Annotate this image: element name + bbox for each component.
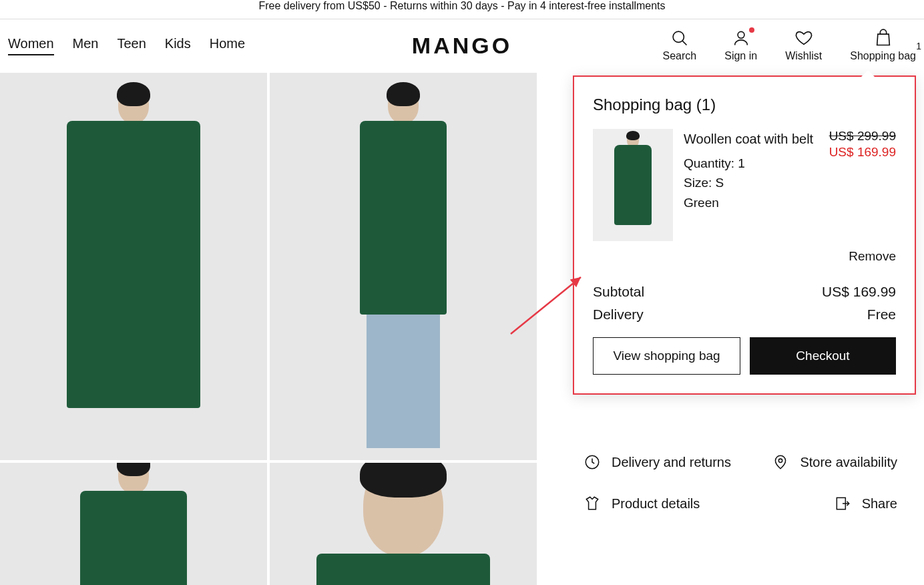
bag-count: 1 xyxy=(916,41,921,51)
svg-point-0 xyxy=(673,31,684,42)
cart-remove-link[interactable]: Remove xyxy=(849,249,896,263)
cart-subtotal-value: US$ 169.99 xyxy=(822,284,896,300)
cart-subtotal-row: Subtotal US$ 169.99 xyxy=(593,284,896,300)
cart-delivery-row: Delivery Free xyxy=(593,307,896,323)
share-icon xyxy=(834,495,851,512)
cart-item-name: Woollen coat with belt xyxy=(684,129,819,150)
svg-point-4 xyxy=(779,459,782,462)
share-label: Share xyxy=(862,496,897,512)
cart-buttons: View shopping bag Checkout xyxy=(593,337,896,375)
view-bag-button[interactable]: View shopping bag xyxy=(593,337,740,375)
cart-title: Shopping bag (1) xyxy=(593,95,896,114)
primary-nav: Women Men Teen Kids Home xyxy=(8,36,245,55)
product-image-1[interactable] xyxy=(0,73,267,460)
search-label: Search xyxy=(663,50,697,62)
cart-item-price-new: US$ 169.99 xyxy=(829,145,896,160)
delivery-returns-label: Delivery and returns xyxy=(612,455,731,470)
product-details-label: Product details xyxy=(612,496,700,512)
cart-item-qty: Quantity: 1 xyxy=(684,154,819,173)
signin-label: Sign in xyxy=(724,50,757,62)
pin-icon xyxy=(772,453,789,471)
shopping-bag-popover: Shopping bag (1) Woollen coat with belt … xyxy=(573,75,916,395)
brand-logo[interactable]: MANGO xyxy=(412,33,512,59)
nav-home[interactable]: Home xyxy=(210,36,245,55)
shopping-bag-action[interactable]: 1 Shopping bag xyxy=(850,29,916,62)
product-gallery xyxy=(0,73,537,585)
product-details-link[interactable]: Product details xyxy=(584,495,740,512)
cart-item-thumbnail[interactable] xyxy=(593,129,673,241)
user-icon xyxy=(732,29,750,47)
product-panel: Add to shopping bag Delivery and returns… xyxy=(537,73,924,585)
store-availability-link[interactable]: Store availability xyxy=(740,453,897,471)
store-availability-label: Store availability xyxy=(800,455,897,470)
shirt-icon xyxy=(584,495,601,512)
cart-item-prices: US$ 299.99 US$ 169.99 xyxy=(829,129,896,241)
nav-teen[interactable]: Teen xyxy=(117,36,146,55)
cart-subtotal-label: Subtotal xyxy=(593,284,644,300)
nav-women[interactable]: Women xyxy=(8,36,54,55)
cart-item-size: Size: S xyxy=(684,173,819,192)
bag-label: Shopping bag xyxy=(850,50,916,62)
delivery-returns-link[interactable]: Delivery and returns xyxy=(584,453,740,471)
signin-action[interactable]: Sign in xyxy=(724,29,757,62)
clock-icon xyxy=(584,453,601,471)
product-image-3[interactable] xyxy=(0,463,267,585)
header-actions: Search Sign in Wishlist 1 Shopping bag xyxy=(663,29,917,62)
cart-item: Woollen coat with belt Quantity: 1 Size:… xyxy=(593,129,896,241)
share-link[interactable]: Share xyxy=(740,495,897,512)
cart-item-info: Woollen coat with belt Quantity: 1 Size:… xyxy=(684,129,819,241)
product-info-links: Delivery and returns Store availability … xyxy=(584,453,897,512)
cart-delivery-value: Free xyxy=(867,307,896,323)
cart-remove-row: Remove xyxy=(593,249,896,264)
header: Women Men Teen Kids Home MANGO Search Si… xyxy=(0,19,924,73)
wishlist-action[interactable]: Wishlist xyxy=(785,29,822,62)
product-image-2[interactable] xyxy=(270,73,537,460)
search-action[interactable]: Search xyxy=(663,29,697,62)
cart-delivery-label: Delivery xyxy=(593,307,644,323)
signin-badge-dot xyxy=(749,27,754,33)
svg-point-2 xyxy=(738,31,744,38)
content-area: Add to shopping bag Delivery and returns… xyxy=(0,73,924,585)
checkout-button[interactable]: Checkout xyxy=(750,337,896,375)
product-image-4[interactable] xyxy=(270,463,537,585)
nav-men[interactable]: Men xyxy=(73,36,99,55)
promo-bar: Free delivery from US$50 - Returns withi… xyxy=(0,0,924,19)
cart-item-color: Green xyxy=(684,193,819,212)
cart-item-price-old: US$ 299.99 xyxy=(829,129,896,144)
nav-kids[interactable]: Kids xyxy=(165,36,191,55)
heart-icon xyxy=(794,29,813,47)
bag-icon xyxy=(874,29,893,47)
svg-line-1 xyxy=(682,41,686,45)
search-icon xyxy=(670,29,689,47)
wishlist-label: Wishlist xyxy=(785,50,822,62)
